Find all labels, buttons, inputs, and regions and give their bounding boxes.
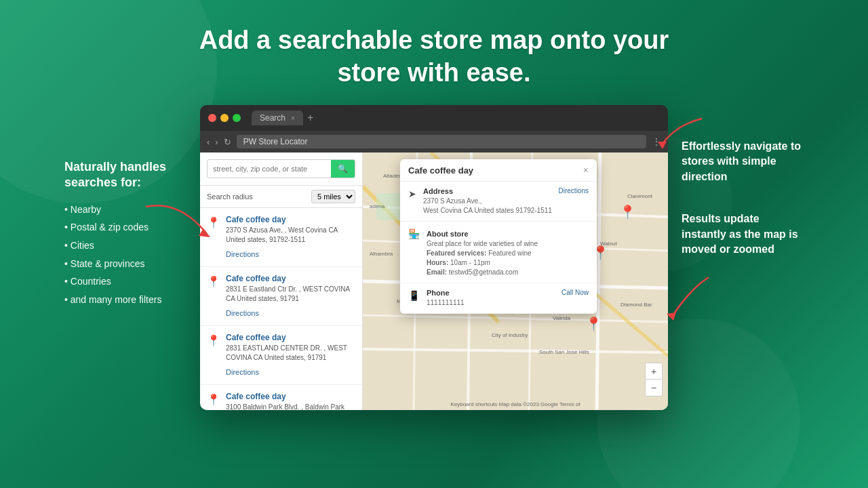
arrow-top-right-icon bbox=[654, 112, 709, 152]
refresh-button[interactable]: ↻ bbox=[224, 137, 231, 147]
page-title: Add a searchable store map onto your sto… bbox=[14, 24, 854, 89]
radius-row: Search radius 5 miles bbox=[200, 186, 362, 208]
store-name: Cafe coffee day bbox=[226, 274, 355, 283]
zoom-in-button[interactable]: + bbox=[646, 363, 662, 380]
map-label: Claremont bbox=[627, 193, 652, 199]
tab-close-icon[interactable]: × bbox=[291, 115, 295, 122]
popup-phone-number: 1111111111 bbox=[427, 298, 589, 308]
right-text-block-2: Results update instantly as the map is m… bbox=[682, 211, 804, 257]
map-canvas[interactable]: Mt W Altadena adena San Marino Alhambra … bbox=[363, 152, 668, 410]
table-row: 📍 Cafe coffee day 2831 EASTLAND CENTER D… bbox=[200, 326, 362, 385]
browser-tab[interactable]: Search × bbox=[252, 110, 303, 125]
map-label: Valinda bbox=[553, 315, 570, 321]
map-label: Alhambra bbox=[370, 251, 393, 257]
store-icon: 🏪 bbox=[408, 228, 420, 239]
browser-tabs: Search × + bbox=[252, 110, 660, 125]
directions-link[interactable]: Directions bbox=[226, 309, 259, 317]
store-name: Cafe coffee day bbox=[226, 392, 355, 401]
store-address: 3100 Baldwin Park Blvd. , Baldwin Park bbox=[226, 403, 355, 410]
svg-line-5 bbox=[363, 349, 668, 352]
search-input-wrap: 🔍 bbox=[207, 159, 355, 178]
popup-phone-section: 📱 Phone Call Now 1111111111 bbox=[400, 283, 597, 314]
arrow-bottom-right-icon bbox=[661, 270, 715, 325]
browser-chrome: Search × + ‹ › ↻ PW Store Locator ⋮ bbox=[200, 105, 668, 152]
popup-address-row: Address Directions bbox=[423, 187, 589, 197]
popup-phone-content: Phone Call Now 1111111111 bbox=[427, 289, 589, 308]
list-item: State & provinces bbox=[64, 255, 200, 273]
arrow-left-icon bbox=[139, 193, 220, 247]
list-item: and many more filters bbox=[64, 291, 200, 309]
browser-window: Search × + ‹ › ↻ PW Store Locator ⋮ bbox=[200, 105, 668, 410]
store-list: 📍 Cafe coffee day 2370 S Azusa Ave, , We… bbox=[200, 208, 362, 410]
store-address: 2370 S Azusa Ave, , West Covina CA Unite… bbox=[226, 226, 355, 245]
store-locator-app: 🔍 Search radius 5 miles 📍 Cafe coffee da… bbox=[200, 152, 668, 410]
popup-phone-title: Phone bbox=[427, 289, 450, 297]
store-info: Cafe coffee day 2370 S Azusa Ave, , West… bbox=[226, 215, 355, 260]
navigation-icon: ➤ bbox=[408, 188, 416, 199]
browser-nav-bar: ‹ › ↻ PW Store Locator ⋮ bbox=[200, 131, 668, 152]
store-address: 2831 EASTLAND CENTER DR. , WEST COVINA C… bbox=[226, 344, 355, 363]
directions-button[interactable]: Directions bbox=[559, 187, 589, 195]
left-sidebar: Naturally handles searches for: Nearby P… bbox=[64, 105, 200, 308]
svg-marker-0 bbox=[199, 228, 210, 237]
radius-select[interactable]: 5 miles bbox=[311, 190, 355, 203]
map-pin-icon: 📍 bbox=[207, 334, 220, 378]
map-zoom-controls: + − bbox=[645, 363, 663, 396]
table-row: 📍 Cafe coffee day 2831 E Eastland Ctr Dr… bbox=[200, 267, 362, 326]
address-bar[interactable]: PW Store Locator bbox=[237, 135, 646, 148]
popup-header: Cafe coffee day × bbox=[400, 159, 597, 182]
store-address: 2831 E Eastland Ctr Dr. , WEST COVINA CA… bbox=[226, 285, 355, 304]
search-bar-area: 🔍 bbox=[200, 152, 362, 186]
popup-title: Cafe coffee day bbox=[408, 165, 473, 176]
traffic-lights bbox=[208, 114, 241, 122]
popup-about-text: Great place for wide varieties of wine F… bbox=[427, 239, 589, 277]
left-sidebar-heading: Naturally handles searches for: bbox=[64, 159, 200, 191]
popup-about-section: 🏪 About store Great place for wide varie… bbox=[400, 222, 597, 283]
popup-address-content: Address Directions 2370 S Azusa Ave., We… bbox=[423, 187, 589, 216]
page-header: Add a searchable store map onto your sto… bbox=[0, 0, 868, 105]
map-pin-icon: 📍 bbox=[207, 275, 220, 319]
store-name: Cafe coffee day bbox=[226, 215, 355, 224]
phone-icon: 📱 bbox=[408, 290, 420, 301]
store-info: Cafe coffee day 3100 Baldwin Park Blvd. … bbox=[226, 392, 355, 410]
map-location-pin: 📍 bbox=[619, 204, 636, 220]
list-item: Countries bbox=[64, 272, 200, 291]
svg-marker-14 bbox=[658, 142, 667, 149]
store-name: Cafe coffee day bbox=[226, 333, 355, 342]
map-location-pin: 📍 bbox=[585, 316, 602, 332]
back-button[interactable]: ‹ bbox=[207, 137, 210, 147]
store-info: Cafe coffee day 2831 EASTLAND CENTER DR.… bbox=[226, 333, 355, 378]
right-text-2: Results update instantly as the map is m… bbox=[682, 211, 804, 257]
map-panel[interactable]: Map Satellite bbox=[363, 152, 668, 410]
search-button[interactable]: 🔍 bbox=[331, 160, 355, 178]
call-now-button[interactable]: Call Now bbox=[561, 289, 589, 296]
browser-title-bar: Search × + bbox=[200, 105, 668, 131]
map-attribution: Keyboard shortcuts Map data ©2023 Google… bbox=[363, 401, 668, 407]
traffic-light-green[interactable] bbox=[233, 114, 241, 122]
svg-marker-15 bbox=[667, 312, 676, 321]
svg-line-9 bbox=[597, 152, 600, 410]
map-pin-icon: 📍 bbox=[207, 393, 220, 410]
map-label: Diamond Bar bbox=[620, 302, 652, 308]
popup-address-text: 2370 S Azusa Ave., West Covina CA United… bbox=[423, 197, 589, 216]
traffic-light-yellow[interactable] bbox=[220, 114, 229, 122]
store-list-panel: 🔍 Search radius 5 miles 📍 Cafe coffee da… bbox=[200, 152, 363, 410]
tab-label: Search bbox=[260, 113, 285, 123]
right-sidebar: Effortlessly navigate to stores with sim… bbox=[668, 105, 804, 284]
traffic-light-red[interactable] bbox=[208, 114, 216, 122]
new-tab-button[interactable]: + bbox=[307, 112, 313, 124]
zoom-out-button[interactable]: − bbox=[646, 380, 662, 396]
popup-address-section: ➤ Address Directions 2370 S Azusa Ave., … bbox=[400, 182, 597, 222]
table-row: 📍 Cafe coffee day 2370 S Azusa Ave, , We… bbox=[200, 208, 362, 267]
store-detail-popup: Cafe coffee day × ➤ Address Directions 2… bbox=[400, 159, 597, 314]
forward-button[interactable]: › bbox=[215, 137, 218, 147]
search-input[interactable] bbox=[208, 160, 331, 178]
table-row: 📍 Cafe coffee day 3100 Baldwin Park Blvd… bbox=[200, 385, 362, 410]
popup-close-button[interactable]: × bbox=[583, 165, 589, 176]
directions-link[interactable]: Directions bbox=[226, 368, 259, 376]
popup-phone-row: Phone Call Now bbox=[427, 289, 589, 298]
map-label: City of Industry bbox=[492, 332, 528, 338]
content-area: Naturally handles searches for: Nearby P… bbox=[0, 105, 868, 410]
popup-about-title: About store bbox=[427, 230, 469, 238]
directions-link[interactable]: Directions bbox=[226, 250, 259, 258]
